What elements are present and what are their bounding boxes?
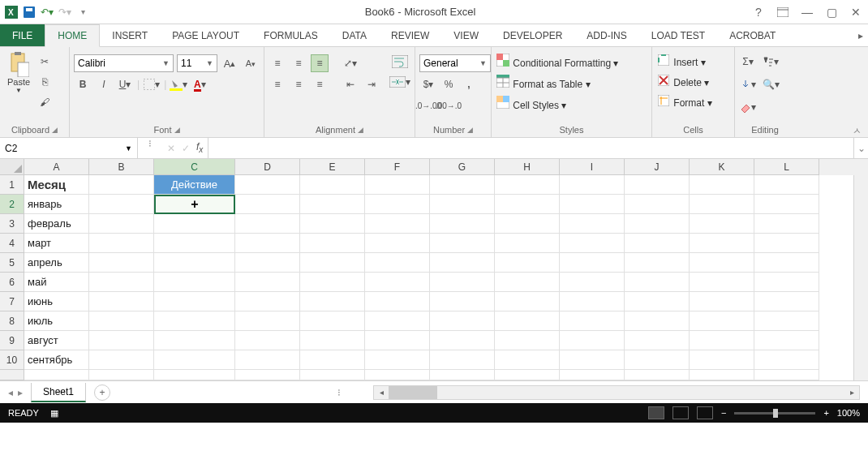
cell-L9[interactable] (754, 331, 819, 350)
cell-J5[interactable] (625, 253, 690, 273)
cell-B6[interactable] (89, 273, 154, 292)
cell[interactable] (560, 370, 625, 380)
cell-K9[interactable] (690, 331, 754, 350)
cell[interactable] (235, 370, 300, 380)
cell-F7[interactable] (365, 292, 430, 311)
cell-H3[interactable] (495, 214, 560, 234)
horizontal-scrollbar[interactable]: ◂▸ (373, 385, 860, 400)
formula-input[interactable] (208, 138, 853, 158)
italic-icon[interactable]: I (95, 75, 113, 93)
cell-I4[interactable] (560, 234, 625, 253)
page-break-view-icon[interactable] (697, 406, 713, 419)
col-header-E[interactable]: E (300, 159, 365, 175)
cut-icon[interactable]: ✂ (36, 53, 54, 71)
cell-F10[interactable] (365, 350, 430, 370)
cell-B4[interactable] (89, 234, 154, 253)
cell-L10[interactable] (754, 350, 819, 370)
cell-K5[interactable] (690, 253, 754, 273)
cell-J10[interactable] (625, 350, 690, 370)
normal-view-icon[interactable] (648, 406, 664, 419)
cell-K2[interactable] (690, 195, 754, 214)
ribbon-display-icon[interactable] (774, 3, 792, 21)
insert-function-icon[interactable]: fx (196, 141, 203, 154)
cell-G6[interactable] (430, 273, 495, 292)
col-header-K[interactable]: K (690, 159, 754, 175)
col-header-J[interactable]: J (625, 159, 690, 175)
number-format-combo[interactable]: General▼ (419, 54, 491, 72)
cell-C6[interactable] (154, 273, 235, 292)
number-launcher-icon[interactable]: ◢ (467, 126, 473, 134)
row-header[interactable]: 10 (0, 350, 24, 370)
cell-D1[interactable] (235, 175, 300, 195)
help-icon[interactable]: ? (750, 3, 767, 21)
cell-E3[interactable] (300, 214, 365, 234)
cell-D6[interactable] (235, 273, 300, 292)
zoom-slider[interactable] (734, 412, 815, 414)
row-header[interactable]: 2 (0, 195, 24, 214)
font-launcher-icon[interactable]: ◢ (174, 126, 180, 134)
cell-E1[interactable] (300, 175, 365, 195)
cell-D3[interactable] (235, 214, 300, 234)
row-header[interactable]: 7 (0, 292, 24, 311)
align-top-icon[interactable]: ≡ (269, 54, 286, 72)
zoom-level[interactable]: 100% (837, 408, 860, 418)
cell-G7[interactable] (430, 292, 495, 311)
cell-I1[interactable] (560, 175, 625, 195)
cell[interactable] (365, 370, 430, 380)
wrap-text-icon[interactable] (388, 53, 412, 71)
cell-J1[interactable] (625, 175, 690, 195)
cell-G4[interactable] (430, 234, 495, 253)
align-center-icon[interactable]: ≡ (290, 75, 307, 93)
format-cells-button[interactable]: Format ▾ (656, 93, 712, 109)
cell-D9[interactable] (235, 331, 300, 350)
cell-H5[interactable] (495, 253, 560, 273)
cell-I7[interactable] (560, 292, 625, 311)
cell-J4[interactable] (625, 234, 690, 253)
cell[interactable] (89, 370, 154, 380)
fill-color-icon[interactable]: ▾ (170, 75, 187, 93)
cell-F1[interactable] (365, 175, 430, 195)
row-header[interactable]: 9 (0, 331, 24, 350)
cell-K6[interactable] (690, 273, 754, 292)
page-layout-view-icon[interactable] (672, 406, 689, 419)
format-painter-icon[interactable]: 🖌 (36, 93, 54, 111)
macro-record-icon[interactable]: ▦ (50, 408, 58, 419)
cell-G5[interactable] (430, 253, 495, 273)
cell-A10[interactable]: сентябрь (24, 350, 89, 370)
cell-I10[interactable] (560, 350, 625, 370)
cell-C10[interactable] (154, 350, 235, 370)
align-left-icon[interactable]: ≡ (269, 75, 286, 93)
row-header[interactable] (0, 370, 24, 380)
font-name-combo[interactable]: Calibri▼ (74, 54, 174, 72)
sheet-nav-next-icon[interactable]: ▸ (18, 387, 23, 398)
tab-load-test[interactable]: LOAD TEST (639, 24, 717, 46)
cell-H4[interactable] (495, 234, 560, 253)
cell-L8[interactable] (754, 311, 819, 331)
cell-B2[interactable] (89, 195, 154, 214)
find-select-icon[interactable]: 🔍▾ (762, 75, 780, 93)
copy-icon[interactable]: ⎘ (36, 73, 54, 91)
cell-D7[interactable] (235, 292, 300, 311)
cell-H7[interactable] (495, 292, 560, 311)
cell-F9[interactable] (365, 331, 430, 350)
tab-review[interactable]: REVIEW (379, 24, 441, 46)
cell-H10[interactable] (495, 350, 560, 370)
cancel-formula-icon[interactable]: ✕ (167, 143, 175, 154)
sort-filter-icon[interactable]: ▾ (762, 53, 780, 71)
tab-scroll-split-icon[interactable]: ⁝ (337, 387, 341, 398)
increase-indent-icon[interactable]: ⇥ (363, 75, 380, 93)
cell-G2[interactable] (430, 195, 495, 214)
cell-J9[interactable] (625, 331, 690, 350)
cell-C2[interactable]: + (154, 195, 235, 214)
collapse-ribbon-icon[interactable]: ㅅ (846, 125, 868, 137)
row-header[interactable]: 1 (0, 175, 24, 195)
cell[interactable] (300, 370, 365, 380)
cell-E10[interactable] (300, 350, 365, 370)
expand-formula-bar-icon[interactable]: ⌄ (853, 138, 868, 158)
cell-C8[interactable] (154, 311, 235, 331)
cell-F3[interactable] (365, 214, 430, 234)
cell-H2[interactable] (495, 195, 560, 214)
cell-C9[interactable] (154, 331, 235, 350)
font-size-combo[interactable]: 11▼ (177, 54, 217, 72)
cell-K7[interactable] (690, 292, 754, 311)
